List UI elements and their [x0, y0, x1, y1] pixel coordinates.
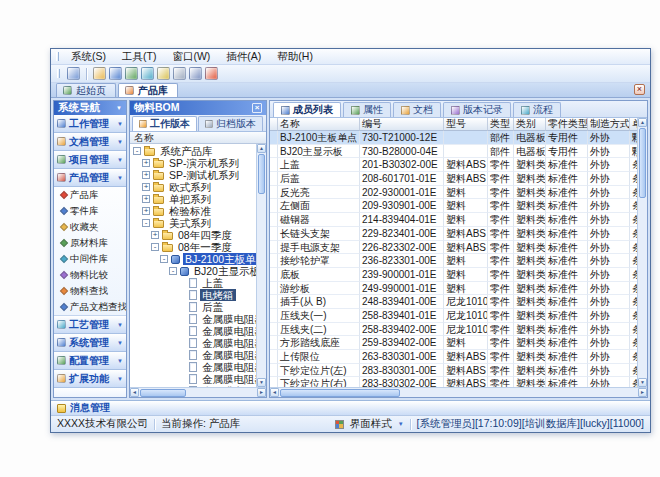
mail-icon[interactable] [157, 67, 170, 80]
sidebar-item-material-compare[interactable]: 物料比较 [54, 267, 126, 283]
sidebar-item-favorites[interactable]: 收藏夹 [54, 219, 126, 235]
save-icon[interactable] [109, 67, 122, 80]
tree-item[interactable]: 金属膜电阻器 [130, 325, 256, 337]
tab-workflow[interactable]: 流程 [513, 102, 561, 117]
column-header-2[interactable]: 编号 [360, 118, 444, 131]
tree-item[interactable]: +单把系列 [130, 193, 256, 205]
tab-start-page[interactable]: 起始页 [56, 83, 116, 97]
tab-member-list[interactable]: 成员列表 [273, 102, 341, 117]
tree-item[interactable]: 金属膜电阻器 [130, 373, 256, 385]
table-row[interactable]: BJ20主显示板730-B28000-04E部件电器板专用件外协颗 [270, 145, 637, 159]
tree-item[interactable]: +SP-测试机系列 [130, 169, 256, 181]
tree-item[interactable]: 上盖 [130, 277, 256, 289]
column-header-7[interactable]: 制造方式 [588, 118, 630, 131]
scroll-down-icon[interactable]: ▼ [257, 378, 266, 387]
tree-item[interactable]: 后盖 [130, 301, 256, 313]
column-header-6[interactable]: 零件类型 [546, 118, 588, 131]
table-row[interactable]: BJ-2100主板单点730-T21000-12E部件电器板专用件外协颗 [270, 131, 637, 145]
tree-expander[interactable]: + [142, 183, 150, 191]
menu-item[interactable]: 工具(T) [114, 49, 164, 64]
sidebar-section-process-management[interactable]: 工艺管理▼ [54, 316, 126, 334]
sidebar-section-configuration-management[interactable]: 配置管理▼ [54, 352, 126, 370]
settings-icon[interactable] [189, 67, 202, 80]
table-horizontal-scrollbar[interactable]: ◄ ► [270, 387, 647, 397]
tree-item[interactable]: 金属膜电阻器 [130, 349, 256, 361]
table-row[interactable]: 底板239-900001-01E塑料零件塑料类标准件外协条 [270, 268, 637, 282]
table-row[interactable]: 长链头支架229-823401-00E塑料ABS零件塑料类标准件外协条 [270, 227, 637, 241]
tree-hscroll-thumb[interactable] [140, 389, 186, 397]
tree-expander[interactable]: + [142, 195, 150, 203]
tree-scroll-thumb[interactable] [258, 154, 265, 194]
table-row[interactable]: 接纱轮护罩236-823301-00E塑料零件塑料类标准件外协条 [270, 254, 637, 268]
table-row[interactable]: 上盖201-B30302-00E塑料ABS零件塑料类标准件外协条 [270, 158, 637, 172]
tree-expander[interactable]: + [151, 231, 159, 239]
tab-properties[interactable]: 属性 [343, 102, 391, 117]
sidebar-item-parts-library[interactable]: 零件库 [54, 203, 126, 219]
sidebar-section-project-management[interactable]: 项目管理▼ [54, 151, 126, 169]
column-header-3[interactable]: 型号 [444, 118, 488, 131]
tree-item[interactable]: -BJ20主显示板 [130, 265, 256, 277]
sidebar-section-product-management[interactable]: 产品管理▼ [54, 169, 126, 187]
tree-item[interactable]: +欧式系列 [130, 181, 256, 193]
sidebar-item-raw-material-library[interactable]: 原材料库 [54, 235, 126, 251]
column-header-1[interactable]: 名称 [278, 118, 360, 131]
tree-horizontal-scrollbar[interactable]: ◄ ► [130, 387, 266, 397]
table-row[interactable]: 磁钢器214-839404-01E塑料零件塑料类标准件外协条 [270, 213, 637, 227]
sidebar-item-product-document-search[interactable]: 产品文档查找 [54, 299, 126, 315]
tree-expander[interactable]: + [142, 171, 150, 179]
scroll-left-icon[interactable]: ◄ [130, 388, 139, 397]
table-row[interactable]: 游纱板249-990001-01E塑料零件塑料类标准件外协条 [270, 282, 637, 296]
sidebar-item-product-library[interactable]: 产品库 [54, 187, 126, 203]
table-hscroll-thumb[interactable] [280, 389, 400, 397]
tab-version-history[interactable]: 版本记录 [443, 102, 511, 117]
tree-column-header[interactable]: 名称 [130, 132, 266, 144]
column-header-8[interactable]: 单位 [630, 118, 637, 131]
table-row[interactable]: 下纱定位片(左)283-830301-00E塑料ABS零件塑料类标准件外协条 [270, 364, 637, 378]
table-row[interactable]: 上传限位263-830301-00E塑料ABS零件塑料类标准件外协条 [270, 350, 637, 364]
tree-item[interactable]: 金属膜电阻器 [130, 313, 256, 325]
sidebar-section-work-management[interactable]: 工作管理▼ [54, 115, 126, 133]
tree-item[interactable]: 金属膜电阻器 [130, 337, 256, 349]
tree-expander[interactable]: - [151, 243, 159, 251]
exit-icon[interactable] [205, 67, 218, 80]
scroll-track[interactable] [187, 388, 257, 397]
scroll-right-icon[interactable]: ► [257, 388, 266, 397]
tab-documents[interactable]: 文档 [393, 102, 441, 117]
tree-item[interactable]: +检验标准 [130, 205, 256, 217]
table-row[interactable]: 反光亮202-930001-01E塑料零件塑料类标准件外协条 [270, 186, 637, 200]
table-row[interactable]: 提手电源支架226-823302-00E塑料ABS零件塑料类标准件外协条 [270, 241, 637, 255]
scroll-up-icon[interactable]: ▲ [638, 118, 647, 127]
sidebar-section-system-management[interactable]: 系统管理▼ [54, 334, 126, 352]
tree-item[interactable]: -BJ-2100主板单点 [130, 253, 256, 265]
close-document-icon[interactable]: × [634, 84, 645, 95]
table-row[interactable]: 压线夹(一)258-839401-01E尼龙1010零件塑料类标准件外协条 [270, 309, 637, 323]
sidebar-item-material-search[interactable]: 物料查找 [54, 283, 126, 299]
close-panel-icon[interactable]: × [252, 103, 262, 113]
table-row[interactable]: 插手(从 B)248-839401-00E尼龙1010零件塑料类标准件外协条 [270, 295, 637, 309]
scroll-track[interactable] [401, 388, 638, 397]
tree-expander[interactable]: + [142, 207, 150, 215]
tree-expander[interactable]: - [169, 267, 177, 275]
sidebar-section-document-management[interactable]: 文档管理▼ [54, 133, 126, 151]
tree-vertical-scrollbar[interactable]: ▲ ▼ [256, 144, 266, 387]
table-scroll-thumb[interactable] [639, 128, 646, 198]
message-panel-bar[interactable]: 消息管理 [51, 400, 650, 415]
menu-item[interactable]: 帮助(H) [269, 49, 321, 64]
column-header-4[interactable]: 类型 [488, 118, 514, 131]
sidebar-section-extended-functions[interactable]: 扩展功能▼ [54, 370, 126, 388]
tree-item[interactable]: +SP-演示机系列 [130, 157, 256, 169]
search-icon[interactable] [125, 67, 138, 80]
menu-item[interactable]: 窗口(W) [164, 49, 218, 64]
menu-item[interactable]: 系统(S) [63, 49, 114, 64]
scroll-right-icon[interactable]: ► [638, 388, 647, 397]
refresh-icon[interactable] [141, 67, 154, 80]
tab-archived-version[interactable]: 归档版本 [198, 116, 263, 131]
table-row[interactable]: 压线夹(二)258-839402-00E尼龙1010零件塑料类标准件外协条 [270, 323, 637, 337]
tree-item[interactable]: -美式系列 [130, 217, 256, 229]
tree-item[interactable]: -08年一季度 [130, 241, 256, 253]
scroll-track[interactable] [638, 199, 647, 378]
menu-item[interactable]: 插件(A) [218, 49, 269, 64]
tree-item[interactable]: 电烤箱 [130, 289, 256, 301]
table-row[interactable]: 方形踏线底座259-839402-00E塑料零件塑料类标准件外协条 [270, 336, 637, 350]
table-row[interactable]: 后盖208-601701-01E塑料ABS零件塑料类标准件外协条 [270, 172, 637, 186]
